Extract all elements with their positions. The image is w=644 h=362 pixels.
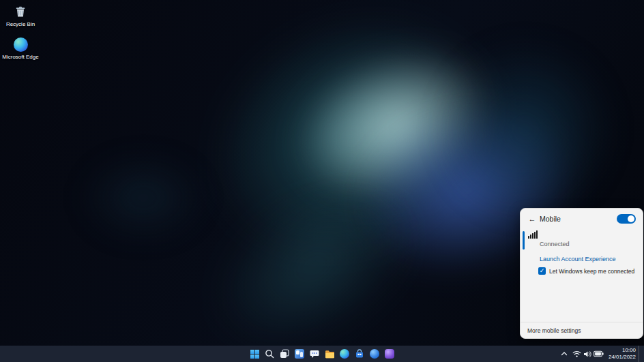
chat-button[interactable] xyxy=(308,347,321,361)
desktop-icon-label: Microsoft Edge xyxy=(0,54,41,60)
store-button[interactable] xyxy=(353,347,366,361)
windows-logo-icon xyxy=(250,350,259,359)
show-desktop-button[interactable] xyxy=(639,346,641,362)
cellular-signal-icon xyxy=(528,230,538,239)
store-icon xyxy=(355,349,364,359)
checkbox-label: Let Windows keep me connected xyxy=(549,268,634,275)
task-view-icon xyxy=(280,349,289,359)
toggle-knob xyxy=(628,215,634,222)
battery-icon xyxy=(594,350,604,357)
tray-time: 10:00 xyxy=(609,347,636,354)
panel-title: Mobile xyxy=(540,215,561,223)
flyout-header: ← Mobile xyxy=(521,209,643,227)
edge-icon xyxy=(340,349,349,359)
widgets-icon xyxy=(295,349,304,359)
pinned-app-purple-icon xyxy=(385,349,394,359)
file-explorer-button[interactable] xyxy=(323,347,336,361)
chat-icon xyxy=(310,349,319,359)
checkbox-checked-icon: ✓ xyxy=(538,267,546,275)
network-item[interactable]: Connected xyxy=(521,228,643,253)
keep-connected-checkbox[interactable]: ✓ Let Windows keep me connected xyxy=(538,267,643,275)
file-explorer-icon xyxy=(325,350,335,359)
wallpaper-bloom-upper xyxy=(437,41,614,218)
pinned-app-purple-button[interactable] xyxy=(383,347,396,361)
search-button[interactable] xyxy=(263,347,276,361)
flyout-footer: More mobile settings xyxy=(521,322,643,338)
wallpaper-bloom-left xyxy=(82,157,205,239)
pinned-app-blue-button[interactable] xyxy=(368,347,381,361)
system-tray: 10:00 24/01/2022 xyxy=(559,346,641,362)
recycle-bin-icon xyxy=(14,5,27,18)
back-button[interactable]: ← xyxy=(526,213,538,224)
launch-account-link[interactable]: Launch Account Experience xyxy=(540,256,643,262)
speaker-icon xyxy=(583,350,591,358)
desktop-icon-microsoft-edge[interactable]: Microsoft Edge xyxy=(0,36,41,60)
selection-indicator xyxy=(523,231,525,250)
desktop-icon-label: Recycle Bin xyxy=(0,21,41,27)
tray-overflow-button[interactable] xyxy=(559,347,570,361)
mobile-toggle[interactable] xyxy=(617,214,636,224)
wifi-icon xyxy=(572,350,581,358)
edge-icon xyxy=(14,37,28,52)
taskbar-center xyxy=(248,346,396,362)
desktop-screen: Recycle Bin Microsoft Edge ← Mobile Conn… xyxy=(0,0,644,362)
desktop-icon-recycle-bin[interactable]: Recycle Bin xyxy=(0,3,41,27)
search-icon xyxy=(265,349,274,359)
task-view-button[interactable] xyxy=(278,347,291,361)
pinned-app-blue-icon xyxy=(370,349,379,359)
quick-settings-button[interactable] xyxy=(570,347,606,361)
edge-button[interactable] xyxy=(338,347,351,361)
start-button[interactable] xyxy=(248,347,261,361)
network-status: Connected xyxy=(540,241,570,247)
chevron-up-icon xyxy=(561,351,568,357)
mobile-flyout: ← Mobile Connected Launch Account Experi… xyxy=(520,208,643,339)
widgets-button[interactable] xyxy=(293,347,306,361)
more-mobile-settings-link[interactable]: More mobile settings xyxy=(527,327,581,334)
clock: 10:00 24/01/2022 xyxy=(609,347,636,361)
clock-button[interactable]: 10:00 24/01/2022 xyxy=(606,347,638,361)
tray-date: 24/01/2022 xyxy=(609,354,636,361)
taskbar: 10:00 24/01/2022 xyxy=(0,346,644,362)
